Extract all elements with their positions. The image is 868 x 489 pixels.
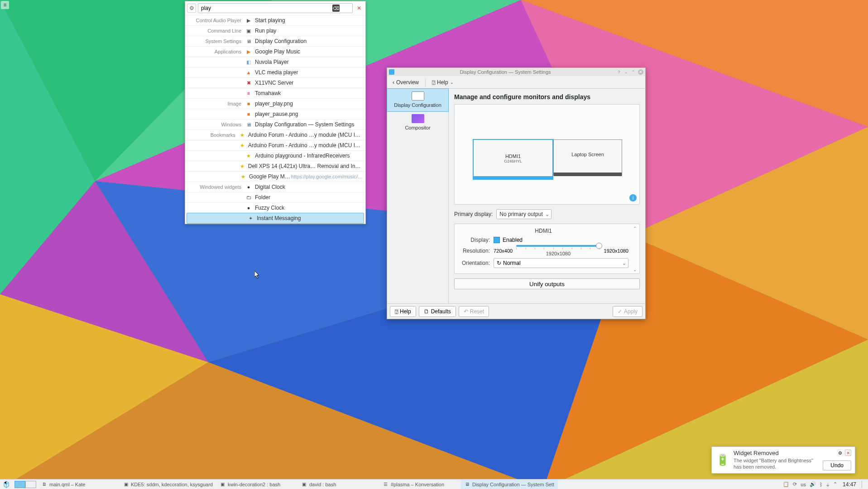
krunner-result-label: Fuzzy Clock — [255, 205, 284, 211]
taskbar-task[interactable]: 🗎main.qml – Kate — [38, 479, 120, 489]
close-button[interactable]: ✕ — [638, 69, 643, 75]
apply-button[interactable]: ✓ Apply — [613, 306, 643, 317]
notification-configure-icon[interactable]: ⚙ — [837, 450, 843, 456]
krunner-result-row[interactable]: Command Line▣Run play — [185, 25, 365, 36]
window-titlebar[interactable]: Display Configuration — System Settings … — [387, 68, 645, 76]
overview-button[interactable]: ‹ Overview — [389, 77, 422, 87]
bookmark-icon: ★ — [239, 163, 245, 170]
taskbar-task[interactable]: 🖥Display Configuration — System Sett — [461, 479, 558, 489]
krunner-result-row[interactable]: ✖X11VNC Server — [185, 77, 365, 88]
notification-title: Widget Removed — [734, 450, 819, 456]
show-desktop-button[interactable] — [862, 481, 865, 488]
krunner-result-row[interactable]: Windowed widgets●Digital Clock — [185, 182, 365, 192]
krunner-result-row[interactable]: ★Google Play Musichttps://play.google.co… — [185, 171, 365, 182]
krunner-result-row[interactable]: ≡Tomahawk — [185, 88, 365, 98]
krunner-configure-button[interactable]: ⚙ — [187, 4, 196, 13]
bluetooth-icon[interactable]: ᛒ — [820, 482, 823, 487]
combo-value: No primary output — [499, 211, 542, 217]
krunner-result-row[interactable]: ▲VLC media player — [185, 67, 365, 77]
volume-icon[interactable]: 🔊 — [810, 481, 816, 487]
monitor-hdmi1[interactable]: HDMI1 G246HYL — [473, 139, 553, 180]
window-app-icon — [389, 69, 394, 75]
unify-outputs-button[interactable]: Unify outputs — [454, 278, 640, 289]
krunner-result-row[interactable]: ●Fuzzy Clock — [185, 202, 365, 213]
krunner-result-row[interactable]: Bookmarks★Arduino Forum - Arduino …y mod… — [185, 129, 365, 140]
help-menu-button[interactable]: ⍰ Help ⌄ — [428, 77, 457, 87]
reset-button[interactable]: ↶ Reset — [459, 306, 489, 317]
krunner-result-row[interactable]: 🗀Folder — [185, 192, 365, 202]
taskbar-task[interactable]: ☰#plasma – Konversation — [379, 479, 461, 489]
maximize-button[interactable]: ⌃ — [631, 69, 636, 75]
sidebar-item-compositor[interactable]: Compositor — [387, 111, 448, 134]
button-label: Reset — [470, 308, 484, 315]
display-field-label: Display: — [458, 237, 490, 243]
keyboard-layout-indicator[interactable]: us — [801, 482, 806, 487]
monitor-laptop[interactable]: Laptop Screen — [553, 139, 622, 176]
krunner-category-label: Image — [185, 101, 245, 106]
updates-icon[interactable]: ⟳ — [793, 481, 797, 487]
taskbar-task[interactable]: ▣kwin-decoration2 : bash — [216, 479, 298, 489]
undo-button[interactable]: Undo — [823, 460, 851, 470]
taskbar-task[interactable]: ▣KDE5: sddm, kdecoration, ksysguard — [120, 479, 216, 489]
clipboard-icon[interactable]: 📋 — [783, 481, 789, 487]
system-settings-window: Display Configuration — System Settings … — [387, 67, 646, 319]
sidebar-item-display-configuration[interactable]: Display Configuration — [387, 89, 448, 111]
clear-search-icon[interactable]: ⌫ — [332, 5, 340, 12]
krunner-result-row[interactable]: System Settings🖥Display Configuration — [185, 36, 365, 46]
krunner-result-row[interactable]: Image■player_play.png — [185, 98, 365, 109]
settings-window-icon: 🖥 — [245, 121, 252, 128]
scroll-down-icon[interactable]: ⌄ — [632, 267, 638, 272]
monitor-icon — [412, 91, 424, 101]
network-icon[interactable]: ⏚ — [826, 482, 830, 487]
krunner-result-row[interactable]: Windows🖥Display Configuration — System S… — [185, 119, 365, 129]
combo-value: Normal — [503, 260, 521, 266]
toolbar: ‹ Overview ⍰ Help ⌄ — [387, 76, 645, 89]
dialog-footer: ⍰ Help 🗋 Defaults ↶ Reset ✓ Apply — [387, 303, 645, 319]
system-tray: 📋 ⟳ us 🔊 ᛒ ⏚ ⌃ 14:47 — [780, 481, 868, 488]
output-name: HDMI1 — [458, 228, 628, 234]
minimize-button[interactable]: ⌄ — [623, 69, 629, 75]
krunner-result-row[interactable]: Applications▶Google Play Music — [185, 46, 365, 57]
taskbar-task[interactable]: ▣david : bash — [298, 479, 379, 489]
krunner-close-button[interactable]: ✕ — [355, 4, 364, 13]
resolution-min: 720x400 — [494, 248, 513, 254]
scroll-up-icon[interactable]: ⌃ — [632, 225, 638, 231]
document-icon: 🗎 — [42, 482, 47, 487]
krunner-result-row[interactable]: ✦Instant Messaging — [187, 213, 364, 224]
rotate-icon: ↻ — [497, 260, 501, 266]
pager-desktop-2[interactable] — [25, 481, 36, 488]
krunner-result-label: Google Play Music — [255, 48, 300, 55]
monitor-layout-area[interactable]: HDMI1 G246HYL Laptop Screen i — [454, 104, 640, 205]
clock[interactable]: 14:47 — [843, 481, 856, 488]
application-launcher-button[interactable] — [0, 479, 13, 489]
enabled-checkbox[interactable] — [494, 237, 500, 243]
krunner-search-input[interactable] — [201, 5, 342, 11]
monitor-icon: 🖥 — [245, 38, 252, 45]
krunner-result-row[interactable]: ■player_pause.png — [185, 109, 365, 119]
pager-desktop-1[interactable] — [14, 481, 25, 488]
virtual-desktop-pager[interactable] — [14, 481, 36, 488]
krunner-result-row[interactable]: ◧Nuvola Player — [185, 57, 365, 67]
krunner-result-row[interactable]: ★Arduino playground - InfraredReceivers — [185, 150, 365, 161]
google-play-icon: ▶ — [245, 48, 252, 55]
defaults-button[interactable]: 🗋 Defaults — [419, 306, 456, 317]
taskbar-panel: 🗎main.qml – Kate▣KDE5: sddm, kdecoration… — [0, 479, 868, 489]
notification-close-icon[interactable]: ✕ — [845, 450, 851, 456]
tray-expand-icon[interactable]: ⌃ — [833, 481, 837, 487]
terminal-icon: ▣ — [245, 27, 252, 34]
monitor-name: Laptop Screen — [554, 152, 622, 157]
desktop-toolbox-button[interactable]: ≡ — [1, 1, 9, 9]
krunner-result-row[interactable]: Control Audio Player▶Start playing — [185, 15, 365, 25]
resolution-slider[interactable] — [516, 245, 600, 247]
primary-display-combo[interactable]: No primary output — [496, 209, 551, 219]
krunner-result-label: Display Configuration — [255, 38, 307, 44]
krunner-result-row[interactable]: ★Arduino Forum - Arduino …y module (MCU … — [185, 140, 365, 150]
orientation-combo[interactable]: ↻ Normal — [494, 258, 628, 268]
info-icon[interactable]: i — [629, 194, 637, 201]
footer-help-button[interactable]: ⍰ Help — [390, 306, 416, 317]
krunner-category-label: Windowed widgets — [185, 184, 245, 190]
separator — [425, 78, 426, 86]
output-settings-group: ⌃ ⌄ HDMI1 Display: Enabled Resolution: 7… — [454, 224, 640, 274]
titlebar-help-icon[interactable]: ? — [616, 69, 622, 75]
krunner-result-row[interactable]: ★Dell XPS 14 (L421x) Ultra… Removal and … — [185, 161, 365, 171]
